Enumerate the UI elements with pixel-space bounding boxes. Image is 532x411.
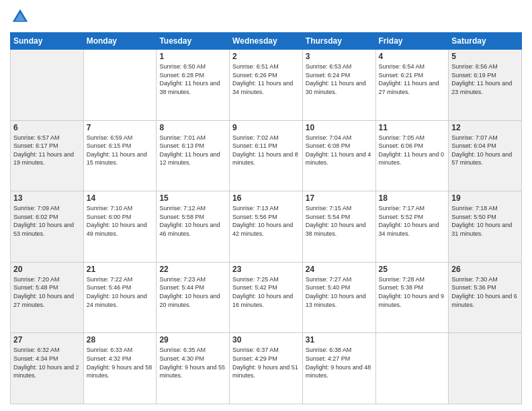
- header-saturday: Saturday: [449, 33, 522, 50]
- calendar-cell: 20Sunrise: 7:20 AM Sunset: 5:48 PM Dayli…: [11, 262, 84, 333]
- day-info: Sunrise: 7:25 AM Sunset: 5:42 PM Dayligh…: [232, 275, 300, 309]
- day-number: 30: [232, 335, 300, 345]
- day-number: 31: [306, 335, 373, 345]
- calendar-cell: 26Sunrise: 7:30 AM Sunset: 5:36 PM Dayli…: [449, 262, 522, 333]
- calendar-cell: [375, 333, 449, 404]
- calendar-cell: 2Sunrise: 6:51 AM Sunset: 6:26 PM Daylig…: [230, 50, 303, 121]
- day-number: 8: [159, 123, 226, 132]
- header: [10, 7, 522, 27]
- day-number: 1: [159, 52, 226, 61]
- day-info: Sunrise: 7:01 AM Sunset: 6:13 PM Dayligh…: [159, 134, 226, 167]
- calendar-week-4: 27Sunrise: 6:32 AM Sunset: 4:34 PM Dayli…: [11, 333, 522, 404]
- calendar-cell: 3Sunrise: 6:53 AM Sunset: 6:24 PM Daylig…: [302, 50, 375, 121]
- day-info: Sunrise: 6:35 AM Sunset: 4:30 PM Dayligh…: [159, 346, 226, 379]
- calendar-cell: 19Sunrise: 7:18 AM Sunset: 5:50 PM Dayli…: [449, 191, 522, 263]
- day-number: 27: [13, 335, 81, 345]
- day-number: 25: [379, 265, 446, 274]
- calendar-cell: [83, 50, 157, 121]
- calendar-cell: 9Sunrise: 7:02 AM Sunset: 6:11 PM Daylig…: [230, 120, 303, 191]
- calendar-cell: 12Sunrise: 7:07 AM Sunset: 6:04 PM Dayli…: [449, 120, 522, 191]
- header-wednesday: Wednesday: [230, 33, 303, 50]
- day-number: 23: [232, 265, 300, 274]
- day-info: Sunrise: 6:54 AM Sunset: 6:21 PM Dayligh…: [379, 62, 446, 96]
- day-info: Sunrise: 7:18 AM Sunset: 5:50 PM Dayligh…: [451, 204, 519, 238]
- calendar-cell: 7Sunrise: 6:59 AM Sunset: 6:15 PM Daylig…: [83, 120, 157, 191]
- day-info: Sunrise: 7:28 AM Sunset: 5:38 PM Dayligh…: [379, 275, 446, 309]
- day-number: 5: [451, 52, 519, 61]
- day-number: 28: [87, 335, 154, 345]
- day-info: Sunrise: 7:27 AM Sunset: 5:40 PM Dayligh…: [306, 275, 373, 309]
- day-info: Sunrise: 6:56 AM Sunset: 6:19 PM Dayligh…: [451, 62, 519, 96]
- calendar-cell: 22Sunrise: 7:23 AM Sunset: 5:44 PM Dayli…: [157, 262, 230, 333]
- day-info: Sunrise: 7:17 AM Sunset: 5:52 PM Dayligh…: [379, 204, 446, 238]
- calendar-cell: 5Sunrise: 6:56 AM Sunset: 6:19 PM Daylig…: [449, 50, 522, 121]
- day-info: Sunrise: 6:50 AM Sunset: 6:28 PM Dayligh…: [159, 62, 226, 96]
- calendar-cell: 10Sunrise: 7:04 AM Sunset: 6:08 PM Dayli…: [302, 120, 375, 191]
- calendar-week-2: 13Sunrise: 7:09 AM Sunset: 6:02 PM Dayli…: [11, 191, 522, 263]
- calendar-cell: 25Sunrise: 7:28 AM Sunset: 5:38 PM Dayli…: [375, 262, 449, 333]
- calendar-header-row: SundayMondayTuesdayWednesdayThursdayFrid…: [11, 33, 522, 50]
- calendar-cell: 28Sunrise: 6:33 AM Sunset: 4:32 PM Dayli…: [83, 333, 157, 404]
- day-number: 9: [232, 123, 300, 132]
- calendar-table: SundayMondayTuesdayWednesdayThursdayFrid…: [10, 32, 522, 404]
- day-info: Sunrise: 7:22 AM Sunset: 5:46 PM Dayligh…: [87, 275, 154, 309]
- day-number: 26: [451, 265, 519, 274]
- calendar-cell: 4Sunrise: 6:54 AM Sunset: 6:21 PM Daylig…: [375, 50, 449, 121]
- calendar-cell: 18Sunrise: 7:17 AM Sunset: 5:52 PM Dayli…: [375, 191, 449, 263]
- calendar-cell: 13Sunrise: 7:09 AM Sunset: 6:02 PM Dayli…: [11, 191, 84, 263]
- calendar-cell: 15Sunrise: 7:12 AM Sunset: 5:58 PM Dayli…: [157, 191, 230, 263]
- header-sunday: Sunday: [11, 33, 84, 50]
- day-info: Sunrise: 7:23 AM Sunset: 5:44 PM Dayligh…: [159, 275, 226, 309]
- calendar-cell: 29Sunrise: 6:35 AM Sunset: 4:30 PM Dayli…: [157, 333, 230, 404]
- day-number: 15: [159, 193, 226, 203]
- day-number: 11: [379, 123, 446, 132]
- calendar-cell: [11, 50, 84, 121]
- day-number: 20: [13, 265, 81, 274]
- day-info: Sunrise: 7:04 AM Sunset: 6:08 PM Dayligh…: [306, 134, 373, 167]
- header-thursday: Thursday: [302, 33, 375, 50]
- day-number: 18: [379, 193, 446, 203]
- day-info: Sunrise: 6:37 AM Sunset: 4:29 PM Dayligh…: [232, 346, 300, 379]
- day-info: Sunrise: 6:32 AM Sunset: 4:34 PM Dayligh…: [13, 346, 81, 379]
- header-tuesday: Tuesday: [157, 33, 230, 50]
- calendar-cell: 30Sunrise: 6:37 AM Sunset: 4:29 PM Dayli…: [230, 333, 303, 404]
- day-number: 16: [232, 193, 300, 203]
- day-number: 21: [87, 265, 154, 274]
- day-number: 14: [87, 193, 154, 203]
- day-number: 6: [13, 123, 81, 132]
- day-number: 12: [451, 123, 519, 132]
- calendar-cell: 24Sunrise: 7:27 AM Sunset: 5:40 PM Dayli…: [302, 262, 375, 333]
- day-number: 7: [87, 123, 154, 132]
- day-number: 4: [379, 52, 446, 61]
- calendar-cell: 27Sunrise: 6:32 AM Sunset: 4:34 PM Dayli…: [11, 333, 84, 404]
- day-number: 17: [306, 193, 373, 203]
- calendar-cell: [449, 333, 522, 404]
- day-info: Sunrise: 7:10 AM Sunset: 6:00 PM Dayligh…: [87, 204, 154, 238]
- day-info: Sunrise: 7:05 AM Sunset: 6:06 PM Dayligh…: [379, 134, 446, 167]
- page: SundayMondayTuesdayWednesdayThursdayFrid…: [0, 0, 532, 411]
- calendar-cell: 6Sunrise: 6:57 AM Sunset: 6:17 PM Daylig…: [11, 120, 84, 191]
- calendar-week-1: 6Sunrise: 6:57 AM Sunset: 6:17 PM Daylig…: [11, 120, 522, 191]
- day-number: 19: [451, 193, 519, 203]
- calendar-cell: 21Sunrise: 7:22 AM Sunset: 5:46 PM Dayli…: [83, 262, 157, 333]
- day-info: Sunrise: 7:02 AM Sunset: 6:11 PM Dayligh…: [232, 134, 300, 167]
- day-info: Sunrise: 6:38 AM Sunset: 4:27 PM Dayligh…: [306, 346, 373, 379]
- day-info: Sunrise: 7:12 AM Sunset: 5:58 PM Dayligh…: [159, 204, 226, 238]
- calendar-cell: 8Sunrise: 7:01 AM Sunset: 6:13 PM Daylig…: [157, 120, 230, 191]
- day-number: 3: [306, 52, 373, 61]
- day-number: 24: [306, 265, 373, 274]
- day-number: 2: [232, 52, 300, 61]
- logo-icon: [10, 7, 30, 27]
- day-info: Sunrise: 7:30 AM Sunset: 5:36 PM Dayligh…: [451, 275, 519, 309]
- day-info: Sunrise: 7:20 AM Sunset: 5:48 PM Dayligh…: [13, 275, 81, 309]
- day-number: 10: [306, 123, 373, 132]
- day-info: Sunrise: 7:09 AM Sunset: 6:02 PM Dayligh…: [13, 204, 81, 238]
- day-info: Sunrise: 6:59 AM Sunset: 6:15 PM Dayligh…: [87, 134, 154, 167]
- day-info: Sunrise: 7:13 AM Sunset: 5:56 PM Dayligh…: [232, 204, 300, 238]
- calendar-cell: 17Sunrise: 7:15 AM Sunset: 5:54 PM Dayli…: [302, 191, 375, 263]
- calendar-week-0: 1Sunrise: 6:50 AM Sunset: 6:28 PM Daylig…: [11, 50, 522, 121]
- day-info: Sunrise: 7:07 AM Sunset: 6:04 PM Dayligh…: [451, 134, 519, 167]
- day-number: 22: [159, 265, 226, 274]
- day-info: Sunrise: 6:57 AM Sunset: 6:17 PM Dayligh…: [13, 134, 81, 167]
- day-number: 13: [13, 193, 81, 203]
